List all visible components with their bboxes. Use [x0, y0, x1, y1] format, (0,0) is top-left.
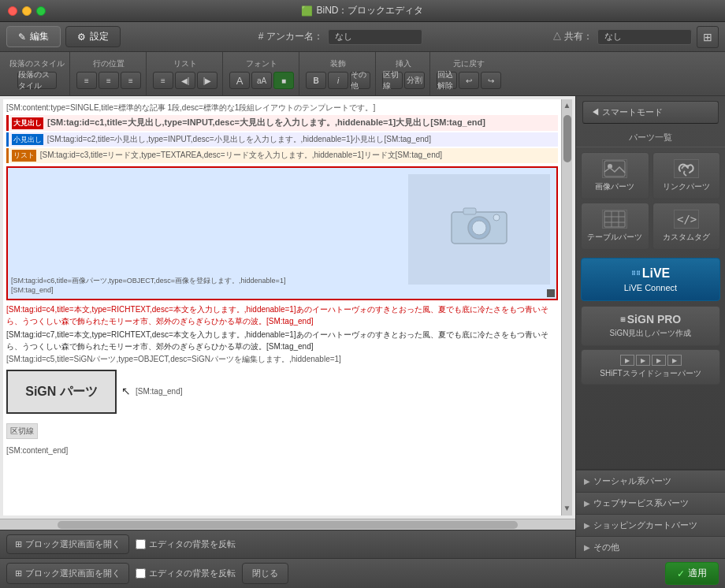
- anchor-label: # アンカー名：: [258, 30, 323, 43]
- svg-rect-3: [463, 208, 476, 214]
- h3-tag: [SM:tag:id=c3,title=リード文,type=TEXTAREA,d…: [40, 151, 442, 159]
- undo-btns: 回込解除 ↩ ↪: [437, 72, 501, 89]
- align-right-btn[interactable]: ≡: [121, 72, 141, 89]
- split-btn[interactable]: 分割: [404, 72, 425, 89]
- anchor-area: # アンカー名：: [133, 29, 548, 45]
- other-item[interactable]: ▶ その他: [576, 536, 725, 558]
- editor-scroll[interactable]: [SM:content:type=SINGLE,title=標準的な記事 1段,…: [0, 96, 575, 519]
- scroll-thumb[interactable]: [563, 115, 571, 162]
- align-center-btn[interactable]: ≡: [99, 72, 119, 89]
- svg-rect-5: [604, 161, 625, 177]
- live-logo: ⠿⠿ LiVE: [631, 266, 671, 281]
- image-parts-btn[interactable]: 画像パーツ: [581, 152, 649, 199]
- svg-point-2: [472, 221, 486, 235]
- toggle-bg-checkbox[interactable]: [136, 539, 146, 549]
- sign-block[interactable]: SiGN パーツ: [6, 370, 117, 414]
- italic-btn[interactable]: i: [328, 72, 348, 89]
- window-controls: [8, 6, 46, 16]
- editor-panel: [SM:content:type=SINGLE,title=標準的な記事 1段,…: [0, 96, 575, 558]
- shift-icon-3: ▶: [652, 355, 666, 366]
- live-connect-label: LiVE Connect: [624, 283, 677, 292]
- camera-icon: [448, 200, 511, 259]
- share-area: △ 共有： ⊞: [552, 26, 719, 48]
- sign-end-tag: [SM:tag_end]: [136, 386, 182, 397]
- edit-icon: ✎: [18, 32, 26, 43]
- align-left-btn[interactable]: ≡: [76, 72, 97, 89]
- scroll-down-arrow[interactable]: ▼: [562, 502, 573, 514]
- paragraph-style-btn[interactable]: 段落のスタイル: [17, 72, 57, 89]
- link-parts-label: リンクパーツ: [663, 181, 710, 192]
- edit-tab[interactable]: ✎ 編集: [6, 26, 61, 47]
- minimize-window-btn[interactable]: [22, 6, 32, 16]
- maximize-window-btn[interactable]: [36, 6, 46, 16]
- style-btns: 段落のスタイル: [17, 72, 57, 89]
- shopping-label: ショッピングカートパーツ: [593, 519, 697, 531]
- body-text-1: [SM:tag:id=c4,title=本文,type=RICHTEXT,des…: [6, 303, 558, 327]
- bold-btn[interactable]: B: [306, 72, 326, 89]
- title-bar: 🟩 BiND：ブロックエディタ: [0, 0, 725, 22]
- horizontal-scrollbar[interactable]: [0, 519, 575, 530]
- bg-toggle-label: エディタの背景を反転: [149, 568, 236, 579]
- shift-slide-btn[interactable]: ▶ ▶ ▶ ▶ SHiFTスライドショーパーツ: [581, 349, 720, 385]
- close-btn[interactable]: 閉じる: [242, 563, 288, 584]
- settings-tab[interactable]: ⚙ 設定: [65, 26, 121, 47]
- close-window-btn[interactable]: [8, 6, 17, 16]
- table-parts-icon: [602, 210, 627, 229]
- decor-label: 装飾: [330, 58, 346, 69]
- insert-group: 挿入 区切線 分割: [377, 52, 430, 95]
- svg-rect-7: [604, 211, 625, 227]
- wrap-release-btn[interactable]: 回込解除: [437, 72, 457, 89]
- smart-mode-btn[interactable]: ◀ スマートモード: [582, 101, 719, 124]
- shift-icons: ▶ ▶ ▶ ▶: [620, 355, 682, 366]
- sign-tag: [SM:tag:id=c5,title=SiGNパーツ,type=OBJECT,…: [6, 354, 558, 365]
- title-text: 🟩 BiND：ブロックエディタ: [301, 4, 423, 17]
- font-large-btn[interactable]: A: [229, 72, 250, 89]
- align-btns: ≡ ≡ ≡: [76, 72, 141, 89]
- other-decor-btn[interactable]: その他: [350, 72, 370, 89]
- align-label: 行の位置: [93, 58, 125, 69]
- redo-btn[interactable]: ↪: [481, 72, 501, 89]
- settings-tab-label: 設定: [90, 30, 109, 43]
- scroll-up-arrow[interactable]: ▲: [562, 99, 573, 111]
- live-connect-btn[interactable]: ⠿⠿ LiVE LiVE Connect: [581, 258, 720, 301]
- divider-btn[interactable]: 区切線: [382, 72, 403, 89]
- custom-tag-btn[interactable]: </> カスタムタグ: [652, 203, 721, 250]
- sign-pro-btn[interactable]: ⊞ SiGN PRO SiGN見出しパーツ作成: [581, 306, 720, 346]
- apply-btn[interactable]: ✓ 適用: [665, 562, 719, 585]
- list-btn[interactable]: ≡: [153, 72, 173, 89]
- open-block-screen-label: ブロック選択画面を開く: [25, 568, 121, 579]
- image-block[interactable]: [SM:tag:id=c6,title=画像パーツ,type=OBJECT,de…: [6, 166, 558, 300]
- open-block-label: ブロック選択画面を開く: [25, 538, 121, 550]
- anchor-input[interactable]: [328, 29, 422, 45]
- right-panel: ◀ スマートモード パーツ一覧 画像パーツ: [575, 96, 725, 558]
- open-block-btn[interactable]: ⊞ ブロック選択画面を開く: [6, 534, 129, 554]
- undo-label: 元に戻す: [453, 58, 485, 69]
- undo-btn[interactable]: ↩: [459, 72, 479, 89]
- image-start-tag: [SM:tag:id=c6,title=画像パーツ,type=OBJECT,de…: [11, 277, 285, 285]
- font-color-btn[interactable]: ■: [273, 72, 294, 89]
- resize-handle[interactable]: [547, 289, 555, 297]
- sign-cursor-icon: ↖: [121, 384, 131, 400]
- shopping-item[interactable]: ▶ ショッピングカートパーツ: [576, 514, 725, 536]
- bg-toggle-checkbox[interactable]: [136, 568, 146, 579]
- share-input[interactable]: [597, 29, 692, 45]
- font-small-btn[interactable]: aA: [251, 72, 272, 89]
- grid-icon-btn[interactable]: ⊞: [697, 26, 719, 48]
- social-parts-item[interactable]: ▶ ソーシャル系パーツ: [576, 470, 725, 492]
- sign-pro-label: SiGN見出しパーツ作成: [610, 328, 692, 339]
- custom-tag-icon: </>: [674, 210, 699, 229]
- table-parts-btn[interactable]: テーブルパーツ: [581, 203, 649, 250]
- indent-right-btn[interactable]: |▶: [197, 72, 217, 89]
- indent-left-btn[interactable]: ◀|: [175, 72, 195, 89]
- action-bar: ⊞ ブロック選択画面を開く エディタの背景を反転 閉じる ✓ 適用: [0, 558, 725, 588]
- open-block-screen-btn[interactable]: ⊞ ブロック選択画面を開く: [6, 563, 129, 584]
- h1-block: 大見出し [SM:tag:id=c1,title=大見出し,type=INPUT…: [6, 115, 558, 131]
- web-service-item[interactable]: ▶ ウェブサービス系パーツ: [576, 492, 725, 514]
- vertical-scrollbar[interactable]: ▲ ▼: [561, 99, 572, 515]
- expand-arrow-3: ▶: [584, 521, 590, 530]
- image-end-tag: [SM:tag_end]: [11, 286, 54, 294]
- link-parts-btn[interactable]: リンクパーツ: [652, 152, 721, 199]
- hscroll-thumb[interactable]: [58, 521, 518, 529]
- edit-tab-label: 編集: [30, 30, 49, 43]
- editor-content: [SM:content:type=SINGLE,title=標準的な記事 1段,…: [3, 99, 561, 515]
